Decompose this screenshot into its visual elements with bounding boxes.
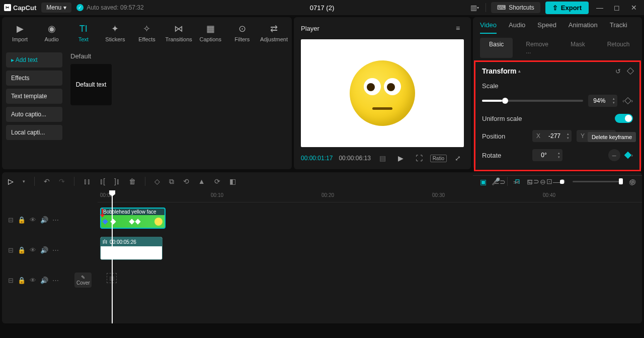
fullscreen-icon[interactable]: ⤢ — [452, 152, 464, 164]
tool-tab-text[interactable]: TIText — [67, 21, 99, 44]
rotate-tool-icon[interactable]: ⟳ — [214, 177, 220, 185]
mute-icon[interactable]: 🔊 — [40, 216, 48, 224]
tool-tab-transitions[interactable]: ⋈Transitions — [163, 21, 195, 44]
transform-title[interactable]: Transform ▴ — [482, 67, 521, 75]
bt-icon-4[interactable]: ⊡ — [527, 178, 533, 186]
player-menu-icon[interactable]: ≡ — [452, 22, 464, 34]
shortcuts-button[interactable]: ⌨ Shortcuts — [491, 2, 540, 13]
scale-input[interactable] — [588, 95, 610, 107]
rotate-spinner[interactable]: ▴▾ — [555, 151, 562, 159]
inspector-subtab-remove-[interactable]: Remove ... — [517, 38, 557, 58]
tool-tab-stickers[interactable]: ✦Stickers — [99, 21, 131, 44]
main-area: ▶Import◉AudioTIText✦Stickers✧Effects⋈Tra… — [0, 15, 644, 171]
video-clip[interactable]: 白 00:00:05:26 — [100, 237, 163, 260]
kf-next-icon[interactable]: › — [631, 153, 633, 158]
zoom-slider[interactable] — [573, 181, 623, 182]
more-icon[interactable]: ⋯ — [52, 246, 59, 254]
keyframe-mark[interactable] — [135, 219, 140, 224]
inspector-tab-animation[interactable]: Animation — [569, 21, 598, 34]
lock-icon[interactable]: 🔒 — [18, 277, 26, 284]
play-button[interactable]: ▶ — [395, 152, 407, 164]
delete-icon[interactable]: 🗑 — [129, 177, 136, 185]
rotate-input[interactable] — [532, 149, 555, 161]
inspector-tab-tracki[interactable]: Tracki — [610, 21, 627, 34]
tool-tab-adjustment[interactable]: ⇄Adjustment — [258, 21, 290, 44]
link-icon[interactable]: ⊂⊃ — [494, 178, 506, 186]
maximize-button[interactable]: ◻ — [611, 2, 623, 14]
rotate-keyframe-diamond[interactable] — [624, 152, 631, 159]
eye-icon[interactable]: 👁 — [30, 216, 36, 224]
tool-tab-audio[interactable]: ◉Audio — [36, 21, 67, 44]
bt-icon-6[interactable]: — — [553, 178, 564, 186]
split-icon[interactable]: ⫿⫿ — [84, 177, 91, 185]
scale-spinner[interactable]: ▴▾ — [610, 97, 617, 105]
tool-tab-captions[interactable]: ▦Captions — [195, 21, 226, 44]
tracks-area[interactable]: 00:0000:1000:2000:3000:40 ➘ Bobblehead y… — [98, 190, 642, 323]
tool-tab-filters[interactable]: ⊙Filters — [226, 21, 258, 44]
lock-icon[interactable]: 🔒 — [18, 246, 26, 254]
bt-icon-5[interactable]: ⊖ — [540, 178, 546, 186]
lock-icon[interactable]: 🔒 — [18, 216, 26, 224]
trim-left-icon[interactable]: ⫿[ — [100, 177, 105, 185]
track-options-icon[interactable]: ⊟ — [8, 277, 14, 284]
copy-icon[interactable]: ⧉ — [169, 177, 174, 186]
crop-icon[interactable]: ◧ — [229, 177, 236, 185]
kf-next-icon[interactable]: › — [631, 98, 633, 104]
marker-icon[interactable]: ◇ — [154, 177, 160, 185]
inspector-subtab-basic[interactable]: Basic — [480, 38, 513, 58]
sidebar-btn-add-text[interactable]: Add text — [6, 52, 62, 67]
close-button[interactable]: ✕ — [628, 2, 640, 14]
eye-icon[interactable]: 👁 — [30, 246, 36, 254]
more-icon[interactable]: ⋯ — [52, 216, 59, 224]
keyframe-diamond-header[interactable] — [627, 67, 634, 75]
sidebar-btn-text-template[interactable]: Text template — [6, 89, 62, 104]
timeline-ruler[interactable]: 00:0000:1000:2000:3000:40 — [98, 190, 642, 202]
player-viewport[interactable] — [301, 39, 464, 147]
menu-button[interactable]: Menu ▾ — [41, 3, 71, 13]
sidebar-btn-local-capti-[interactable]: Local capti... — [6, 125, 62, 140]
layout-button[interactable]: ▥▾ — [468, 2, 480, 14]
pointer-dropdown-icon[interactable]: ▾ — [23, 179, 25, 184]
mirror-tool-icon[interactable]: ▲ — [198, 177, 205, 185]
mute-icon[interactable]: 🔊 — [40, 277, 48, 284]
inspector-subtab-mask[interactable]: Mask — [561, 38, 594, 58]
more-icon[interactable]: ⋯ — [52, 277, 59, 284]
minimize-button[interactable]: — — [594, 2, 606, 14]
align-icon[interactable]: ⫘ — [513, 178, 520, 186]
playhead[interactable] — [112, 190, 113, 323]
uniform-scale-toggle[interactable] — [615, 114, 633, 123]
export-button[interactable]: ⇧ Export — [545, 2, 589, 14]
inspector-tab-video[interactable]: Video — [480, 21, 497, 34]
pointer-tool-icon[interactable]: ▷ — [8, 177, 14, 185]
track-options-icon[interactable]: ⊟ — [8, 216, 14, 224]
sidebar-btn-effects[interactable]: Effects — [6, 71, 62, 86]
inspector-tab-audio[interactable]: Audio — [509, 21, 525, 34]
scan-icon[interactable]: ⛶ — [413, 152, 425, 164]
mute-icon[interactable]: 🔊 — [40, 246, 48, 254]
bt-icon-1[interactable]: ▣ — [480, 178, 487, 186]
scale-slider[interactable] — [482, 100, 583, 102]
cover-button[interactable]: ✎ Cover — [74, 273, 92, 288]
mirror-icon[interactable]: – — [608, 149, 620, 161]
redo-icon[interactable]: ↷ — [59, 177, 65, 185]
trim-right-icon[interactable]: ]⫿ — [114, 177, 120, 185]
keyframe-mark[interactable] — [102, 219, 108, 224]
sidebar-btn-auto-captio-[interactable]: Auto captio... — [6, 107, 62, 122]
reverse-icon[interactable]: ⟲ — [183, 177, 189, 185]
position-x-input[interactable] — [544, 130, 565, 142]
target-icon[interactable]: ◎ — [629, 178, 635, 186]
scale-keyframe-diamond[interactable] — [624, 97, 631, 104]
inspector-tab-speed[interactable]: Speed — [537, 21, 556, 34]
undo-icon[interactable]: ↶ — [44, 177, 50, 185]
tool-tab-import[interactable]: ▶Import — [4, 21, 36, 44]
track-options-icon[interactable]: ⊟ — [8, 246, 14, 254]
tool-tab-effects[interactable]: ✧Effects — [131, 21, 163, 44]
list-view-icon[interactable]: ▤ — [377, 152, 389, 164]
pos-x-spinner[interactable]: ▴▾ — [565, 132, 572, 140]
reset-icon[interactable]: ↺ — [615, 67, 621, 75]
ratio-button[interactable]: Ratio — [430, 155, 447, 162]
inspector-subtab-retouch[interactable]: Retouch — [598, 38, 639, 58]
keyframe-mark[interactable] — [129, 219, 134, 224]
eye-icon[interactable]: 👁 — [30, 277, 36, 284]
default-text-thumb[interactable]: Default text — [70, 64, 112, 105]
